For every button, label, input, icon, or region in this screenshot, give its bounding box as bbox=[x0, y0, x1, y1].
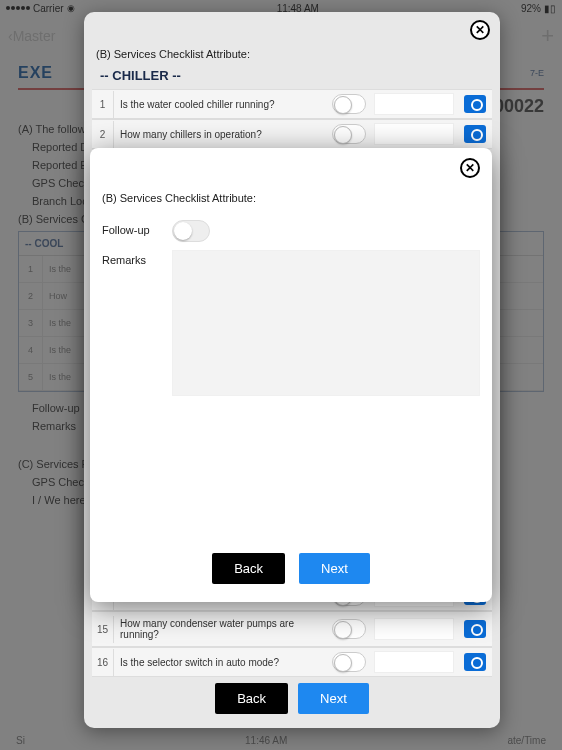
camera-icon[interactable] bbox=[464, 653, 486, 671]
row-toggle[interactable] bbox=[332, 652, 366, 672]
camera-icon[interactable] bbox=[464, 95, 486, 113]
followup-toggle[interactable] bbox=[172, 220, 210, 242]
next-button[interactable]: Next bbox=[298, 683, 369, 714]
row-toggle[interactable] bbox=[332, 124, 366, 144]
row-toggle[interactable] bbox=[332, 94, 366, 114]
checklist-group-header: -- CHILLER -- bbox=[100, 68, 492, 83]
checklist-row: 1 Is the water cooled chiller running? bbox=[92, 89, 492, 119]
row-answer-field[interactable] bbox=[374, 651, 454, 673]
inner-modal-title: (B) Services Checklist Attribute: bbox=[102, 192, 480, 204]
row-number: 15 bbox=[92, 616, 114, 643]
remarks-label: Remarks bbox=[102, 250, 172, 266]
checklist-row: 2 How many chillers in operation? bbox=[92, 119, 492, 149]
row-question: Is the selector switch in auto mode? bbox=[114, 651, 328, 674]
inner-modal: ✕ (B) Services Checklist Attribute: Foll… bbox=[90, 148, 492, 602]
camera-icon[interactable] bbox=[464, 620, 486, 638]
next-button[interactable]: Next bbox=[299, 553, 370, 584]
row-answer-field[interactable] bbox=[374, 123, 454, 145]
row-question: How many chillers in operation? bbox=[114, 123, 328, 146]
close-icon[interactable]: ✕ bbox=[470, 20, 490, 40]
row-question: Is the water cooled chiller running? bbox=[114, 93, 328, 116]
row-question: How many condenser water pumps are runni… bbox=[114, 612, 328, 646]
checklist-row: 15 How many condenser water pumps are ru… bbox=[92, 611, 492, 647]
row-answer-field[interactable] bbox=[374, 618, 454, 640]
row-number: 1 bbox=[92, 91, 114, 118]
camera-icon[interactable] bbox=[464, 125, 486, 143]
back-button[interactable]: Back bbox=[215, 683, 288, 714]
row-toggle[interactable] bbox=[332, 619, 366, 639]
back-button[interactable]: Back bbox=[212, 553, 285, 584]
remarks-input[interactable] bbox=[172, 250, 480, 396]
checklist-row: 16 Is the selector switch in auto mode? bbox=[92, 647, 492, 677]
outer-modal-title: (B) Services Checklist Attribute: bbox=[96, 48, 492, 60]
row-number: 16 bbox=[92, 649, 114, 676]
close-icon[interactable]: ✕ bbox=[460, 158, 480, 178]
row-number: 2 bbox=[92, 121, 114, 148]
row-answer-field[interactable] bbox=[374, 93, 454, 115]
followup-label: Follow-up bbox=[102, 220, 172, 236]
